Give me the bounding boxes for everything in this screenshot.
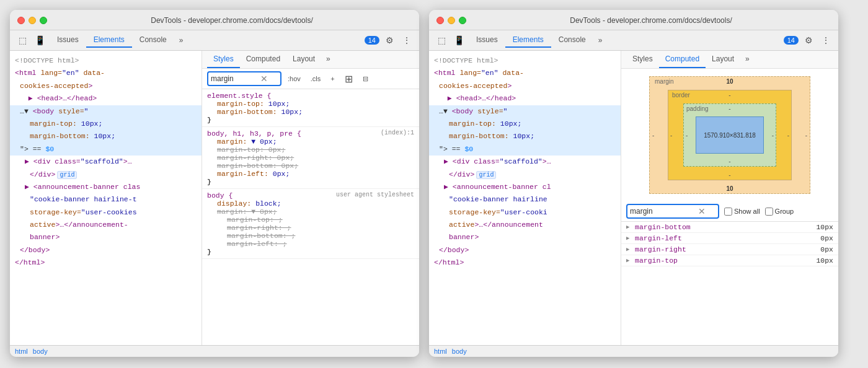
main-tab-bar-1: Issues Elements Console » xyxy=(50,33,188,48)
window-title-1: DevTools - developer.chrome.com/docs/dev… xyxy=(52,16,412,25)
tab-console-2[interactable]: Console xyxy=(551,33,593,48)
computed-value: 0px xyxy=(820,234,833,242)
settings-icon-2[interactable]: ⚙ xyxy=(801,33,816,48)
css-rule-body-h1: body, h1, h3, p, pre { (index):1 margin:… xyxy=(202,127,419,189)
tab-styles-1[interactable]: Styles xyxy=(207,51,240,68)
css-rule-element: element.style { margin-top: 10px; margin… xyxy=(202,89,419,127)
traffic-lights-1 xyxy=(17,17,47,24)
filter-actions: :hov .cls + ⊞ ⊟ xyxy=(284,72,372,86)
margin-bottom-value: 10 xyxy=(726,185,733,192)
border-label: border xyxy=(672,92,690,99)
dom-line: ▶ <head>…</head> xyxy=(429,92,621,105)
top-toolbar-2: ⬚ 📱 Issues Elements Console » 14 ⚙ ⋮ xyxy=(429,30,838,51)
status-html-1[interactable]: html xyxy=(15,348,28,355)
dom-line: storage-key="user-cookies xyxy=(10,206,202,219)
tab-elements-2[interactable]: Elements xyxy=(505,33,551,48)
border-top-value: - xyxy=(728,92,730,99)
panel-tab-bar-1: Styles Computed Layout » xyxy=(202,51,419,69)
dom-line-body[interactable]: …▼ <body style=" xyxy=(10,105,202,118)
filter-input-1[interactable] xyxy=(211,74,260,83)
tab-styles-2[interactable]: Styles xyxy=(626,51,659,68)
dom-line: ▶ <div class="scaffold">… xyxy=(429,156,621,168)
device-icon-2[interactable]: 📱 xyxy=(451,33,466,48)
inspect-icon[interactable]: ⬚ xyxy=(15,33,30,48)
more-tabs-2[interactable]: » xyxy=(593,33,608,47)
status-bar-2: html body xyxy=(429,345,838,357)
box-model: margin 10 10 - - border - - - - xyxy=(649,76,810,194)
tab-layout-2[interactable]: Layout xyxy=(706,51,740,68)
dom-line: ▶ <div class="scaffold">… xyxy=(10,156,202,168)
computed-item-margin-right[interactable]: ▶ margin-right 0px xyxy=(621,244,838,255)
padding-right-value: - xyxy=(772,132,774,139)
status-bar-1: html body xyxy=(10,345,419,357)
dom-line: ▶ <head>…</head> xyxy=(10,92,202,105)
dom-line: cookies-accepted> xyxy=(10,80,202,92)
filter-input-wrap-1[interactable]: ✕ xyxy=(207,71,281,86)
show-all-checkbox[interactable] xyxy=(724,208,732,216)
device-icon[interactable]: 📱 xyxy=(32,33,47,48)
filter-clear-2[interactable]: ✕ xyxy=(698,206,706,216)
computed-item-margin-bottom[interactable]: ▶ margin-bottom 10px xyxy=(621,222,838,233)
minimize-button-2[interactable] xyxy=(448,17,455,24)
settings-icon-1[interactable]: ⚙ xyxy=(382,33,397,48)
margin-right-value: - xyxy=(805,132,807,139)
tab-elements-1[interactable]: Elements xyxy=(86,33,132,48)
inspect-icon-2[interactable]: ⬚ xyxy=(434,33,449,48)
toolbar-right-1: 14 ⚙ ⋮ xyxy=(362,33,414,48)
toggle-button[interactable]: ⊟ xyxy=(359,74,372,84)
computed-value: 10px xyxy=(816,223,833,231)
dom-panel-2: <!DOCTYPE html> <html lang="en" data- co… xyxy=(429,51,621,345)
computed-item-margin-left[interactable]: ▶ margin-left 0px xyxy=(621,233,838,244)
show-all-checkbox-wrap[interactable]: Show all xyxy=(724,208,760,216)
group-checkbox-wrap[interactable]: Group xyxy=(765,208,794,216)
close-button-1[interactable] xyxy=(17,17,25,24)
filter-input-2[interactable] xyxy=(630,207,698,216)
minimize-button-1[interactable] xyxy=(29,17,36,24)
panel-more-1[interactable]: » xyxy=(321,51,335,68)
filter-clear-1[interactable]: ✕ xyxy=(260,74,268,84)
dom-line: margin-top: 10px; xyxy=(429,118,621,130)
dom-line: ▶ <announcement-banner cl xyxy=(429,181,621,193)
status-html-2[interactable]: html xyxy=(434,348,447,355)
content-dimensions: 1570.910×831.818 xyxy=(704,132,756,139)
titlebar-1: DevTools - developer.chrome.com/docs/dev… xyxy=(10,10,419,30)
tab-issues-1[interactable]: Issues xyxy=(50,33,86,48)
top-toolbar-1: ⬚ 📱 Issues Elements Console » 14 ⚙ ⋮ xyxy=(10,30,419,51)
dom-line: </div>grid xyxy=(429,169,621,181)
dom-line: margin-top: 10px; xyxy=(10,118,202,130)
computed-item-margin-top[interactable]: ▶ margin-top 10px xyxy=(621,255,838,266)
close-button-2[interactable] xyxy=(436,17,444,24)
more-options-icon-1[interactable]: ⋮ xyxy=(399,33,414,48)
tab-computed-2[interactable]: Computed xyxy=(659,51,706,68)
dom-line: "cookie-banner hairline-t xyxy=(10,193,202,206)
maximize-button-2[interactable] xyxy=(459,17,466,24)
dom-line-body-2[interactable]: …▼ <body style=" xyxy=(429,105,621,118)
more-tabs-1[interactable]: » xyxy=(174,33,188,47)
devtools-window-1: DevTools - developer.chrome.com/docs/dev… xyxy=(10,10,419,357)
dom-line: active>…</announcement xyxy=(429,219,621,231)
traffic-lights-2 xyxy=(436,17,466,24)
status-body-1[interactable]: body xyxy=(33,348,48,355)
css-rules-1: element.style { margin-top: 10px; margin… xyxy=(202,89,419,345)
tab-computed-1[interactable]: Computed xyxy=(240,51,286,68)
computed-prop: margin-top xyxy=(635,256,811,265)
border-bottom-value: - xyxy=(728,172,730,178)
group-checkbox[interactable] xyxy=(765,208,773,216)
hov-button[interactable]: :hov xyxy=(284,74,304,84)
panel-more-2[interactable]: » xyxy=(740,51,755,68)
tab-console-1[interactable]: Console xyxy=(132,33,174,48)
dom-line: "> == $0 xyxy=(429,143,621,156)
more-options-icon-2[interactable]: ⋮ xyxy=(818,33,833,48)
cls-button[interactable]: .cls xyxy=(307,74,325,84)
tab-layout-1[interactable]: Layout xyxy=(286,51,321,68)
add-style-button[interactable]: + xyxy=(327,74,338,84)
filter-input-wrap-2[interactable]: ✕ xyxy=(626,204,719,219)
tab-issues-2[interactable]: Issues xyxy=(469,33,505,48)
maximize-button-1[interactable] xyxy=(40,17,47,24)
new-style-button[interactable]: ⊞ xyxy=(341,72,356,86)
dom-line: <!DOCTYPE html> xyxy=(10,55,202,67)
computed-prop: margin-right xyxy=(635,245,815,253)
computed-prop: margin-left xyxy=(635,234,815,242)
main-content-1: <!DOCTYPE html> <html lang="en" data- co… xyxy=(10,51,419,345)
status-body-2[interactable]: body xyxy=(452,348,467,355)
